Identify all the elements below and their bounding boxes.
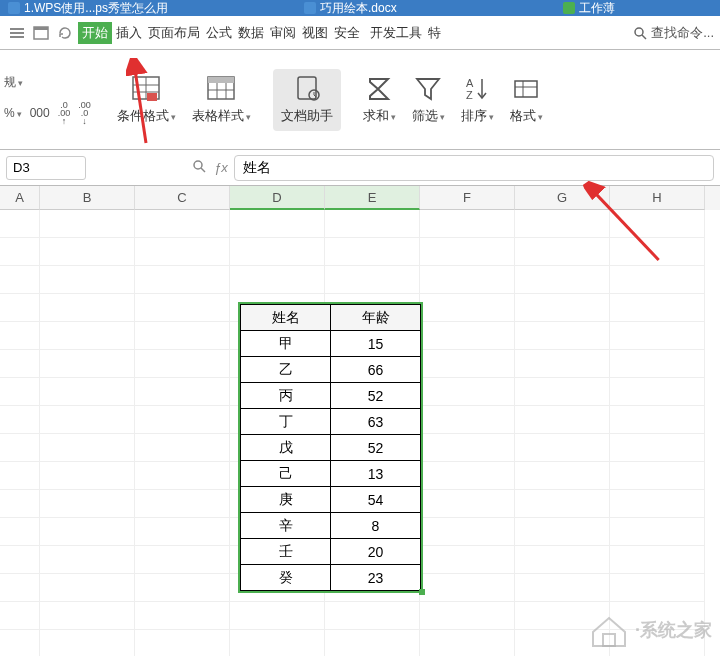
window-icon-button[interactable] (30, 22, 52, 44)
selection-handle[interactable] (419, 589, 425, 595)
cell-age[interactable]: 13 (331, 461, 421, 487)
formula-bar: D3 ƒx (0, 150, 720, 186)
table-row[interactable]: 甲15 (241, 331, 421, 357)
svg-point-27 (194, 161, 202, 169)
cell-name[interactable]: 甲 (241, 331, 331, 357)
col-header-F[interactable]: F (420, 186, 515, 210)
cell-name[interactable]: 丙 (241, 383, 331, 409)
tab-label: 工作薄 (579, 0, 615, 16)
format-button[interactable]: 格式 (502, 75, 551, 125)
cell-age[interactable]: 54 (331, 487, 421, 513)
refresh-icon-button[interactable] (54, 22, 76, 44)
col-header-G[interactable]: G (515, 186, 610, 210)
table-style-button[interactable]: 表格样式 (184, 75, 259, 125)
doc-icon (8, 2, 20, 14)
doc-helper-button[interactable]: 文档助手 (273, 69, 341, 131)
menu-security[interactable]: 安全 (332, 22, 362, 44)
table-row[interactable]: 癸23 (241, 565, 421, 591)
header-age[interactable]: 年龄 (331, 305, 421, 331)
cell-age[interactable]: 52 (331, 383, 421, 409)
col-header-B[interactable]: B (40, 186, 135, 210)
cell-name[interactable]: 癸 (241, 565, 331, 591)
cell-age[interactable]: 15 (331, 331, 421, 357)
menu-view[interactable]: 视图 (300, 22, 330, 44)
percent-button[interactable]: % (4, 106, 22, 120)
table-row[interactable]: 辛8 (241, 513, 421, 539)
header-name[interactable]: 姓名 (241, 305, 331, 331)
data-table: 姓名 年龄 甲15乙66丙52丁63戊52己13庚54辛8壬20癸23 (240, 304, 421, 591)
cell-age[interactable]: 20 (331, 539, 421, 565)
cell-age[interactable]: 52 (331, 435, 421, 461)
ribbon-label: 格式 (510, 107, 543, 125)
doc-tab-1[interactable]: 1.WPS使用...ps秀堂怎么用 (0, 0, 176, 16)
table-row[interactable]: 己13 (241, 461, 421, 487)
cell-name[interactable]: 己 (241, 461, 331, 487)
table-row[interactable]: 壬20 (241, 539, 421, 565)
formula-input[interactable] (234, 155, 714, 181)
cell-name[interactable]: 戊 (241, 435, 331, 461)
ribbon-label: 表格样式 (192, 107, 251, 125)
data-selection[interactable]: 姓名 年龄 甲15乙66丙52丁63戊52己13庚54辛8壬20癸23 (238, 302, 423, 593)
menu-icon-button[interactable] (6, 22, 28, 44)
cell-name[interactable]: 庚 (241, 487, 331, 513)
cell-name[interactable]: 辛 (241, 513, 331, 539)
menu-insert[interactable]: 插入 (114, 22, 144, 44)
table-row[interactable]: 丙52 (241, 383, 421, 409)
menu-review[interactable]: 审阅 (268, 22, 298, 44)
cell-age[interactable]: 8 (331, 513, 421, 539)
cell-age[interactable]: 66 (331, 357, 421, 383)
cell-name[interactable]: 乙 (241, 357, 331, 383)
table-style-icon (206, 75, 236, 103)
command-search[interactable]: 查找命令... (633, 24, 714, 42)
comma-style[interactable]: 000 (30, 106, 50, 120)
cell-age[interactable]: 63 (331, 409, 421, 435)
cell-reference-box[interactable]: D3 (6, 156, 86, 180)
table-row[interactable]: 乙66 (241, 357, 421, 383)
svg-rect-0 (10, 28, 24, 30)
cell-name[interactable]: 壬 (241, 539, 331, 565)
number-format-group: 规 % 000 .0.00↑ .00.0↓ (0, 74, 91, 125)
ribbon-label: 文档助手 (281, 107, 333, 125)
svg-text:Z: Z (466, 89, 473, 101)
svg-rect-24 (515, 81, 537, 97)
menu-formula[interactable]: 公式 (204, 22, 234, 44)
col-header-H[interactable]: H (610, 186, 705, 210)
col-header-D[interactable]: D (230, 186, 325, 210)
increase-decimal[interactable]: .0.00↑ (58, 101, 71, 125)
doc-tab-2[interactable]: 巧用绘本.docx (296, 0, 405, 16)
conditional-format-button[interactable]: 条件格式 (109, 75, 184, 125)
house-icon (589, 612, 629, 648)
cell-name[interactable]: 丁 (241, 409, 331, 435)
filter-button[interactable]: 筛选 (404, 75, 453, 125)
menu-data[interactable]: 数据 (236, 22, 266, 44)
col-header-E[interactable]: E (325, 186, 420, 210)
fx-label[interactable]: ƒx (214, 160, 228, 175)
col-header-C[interactable]: C (135, 186, 230, 210)
format-icon (511, 75, 541, 103)
table-row[interactable]: 丁63 (241, 409, 421, 435)
ribbon-label: 求和 (363, 107, 396, 125)
fx-search-icon[interactable] (192, 159, 206, 176)
menu-dev[interactable]: 开发工具 (368, 22, 424, 44)
sigma-icon (364, 75, 394, 103)
decrease-decimal[interactable]: .00.0↓ (78, 101, 91, 125)
table-row[interactable]: 戊52 (241, 435, 421, 461)
grid-area[interactable]: 姓名 年龄 甲15乙66丙52丁63戊52己13庚54辛8壬20癸23 (0, 210, 720, 650)
menu-layout[interactable]: 页面布局 (146, 22, 202, 44)
menu-start[interactable]: 开始 (78, 22, 112, 44)
sort-button[interactable]: AZ 排序 (453, 75, 502, 125)
svg-rect-2 (10, 36, 24, 38)
tab-label: 巧用绘本.docx (320, 0, 397, 16)
format-general[interactable]: 规 (4, 74, 23, 91)
sum-button[interactable]: 求和 (355, 75, 404, 125)
search-icon (633, 26, 647, 40)
menu-special[interactable]: 特 (426, 22, 443, 44)
spreadsheet: ABCDEFGH 姓名 年龄 甲15乙66丙52丁63戊52己13庚54辛8壬2… (0, 186, 720, 650)
document-tabs: 1.WPS使用...ps秀堂怎么用 巧用绘本.docx 工作薄 (0, 0, 720, 16)
doc-icon (304, 2, 316, 14)
cell-age[interactable]: 23 (331, 565, 421, 591)
tab-label: 1.WPS使用...ps秀堂怎么用 (24, 0, 168, 16)
doc-tab-3[interactable]: 工作薄 (555, 0, 623, 16)
table-row[interactable]: 庚54 (241, 487, 421, 513)
col-header-A[interactable]: A (0, 186, 40, 210)
